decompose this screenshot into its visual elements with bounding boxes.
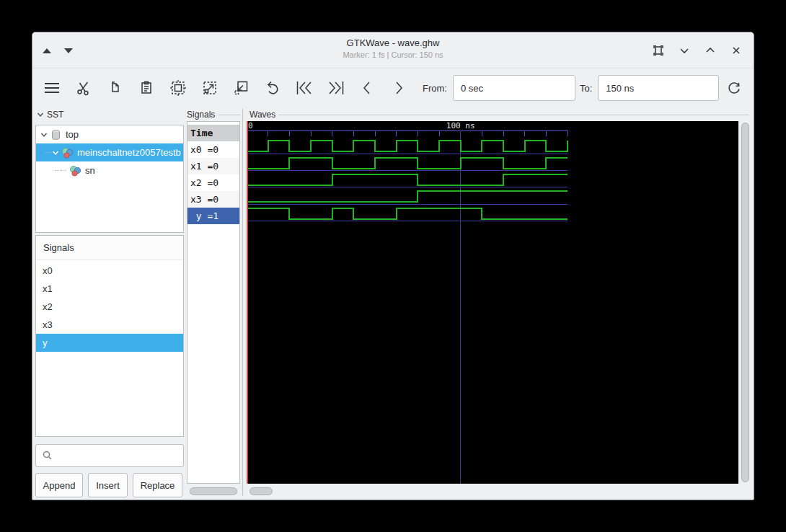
screen-background: GTKWave - wave.ghw Marker: 1 fs | Cursor… — [0, 0, 786, 532]
tree-item-label: sn — [85, 165, 95, 176]
skip-to-start-icon[interactable] — [292, 75, 317, 101]
svg-text:0: 0 — [248, 121, 253, 130]
signal-values-panel: Time x0 =0 x1 =0 x2 =0 x3 =0 y =1 — [187, 121, 240, 484]
signal-item-x1[interactable]: x1 — [36, 280, 183, 298]
sst-tree: top meinschaltnetz0057testb — [35, 125, 184, 233]
time-header-cell[interactable]: Time — [187, 125, 239, 141]
step-right-icon[interactable] — [387, 75, 411, 101]
value-row-x1[interactable]: x1 =0 — [187, 158, 239, 174]
gtkwave-window: GTKWave - wave.ghw Marker: 1 fs | Cursor… — [32, 32, 754, 500]
titlebar[interactable]: GTKWave - wave.ghw Marker: 1 fs | Cursor… — [32, 32, 754, 68]
sst-section-header[interactable]: SST — [37, 110, 63, 120]
close-icon[interactable] — [729, 43, 743, 58]
chevron-down-icon[interactable] — [40, 131, 48, 138]
fullscreen-icon[interactable] — [651, 43, 666, 58]
signal-item-x2[interactable]: x2 — [36, 298, 183, 316]
waves-panel-title: Waves — [250, 110, 275, 120]
zoom-fit-icon[interactable] — [166, 75, 190, 101]
from-label: From: — [423, 83, 447, 94]
signal-search-box[interactable] — [35, 444, 184, 467]
tree-connector — [45, 152, 51, 153]
skip-to-end-icon[interactable] — [324, 75, 348, 101]
svg-text:100 ns: 100 ns — [446, 121, 475, 130]
module-icon — [69, 165, 81, 177]
value-row-x0[interactable]: x0 =0 — [187, 141, 239, 158]
tree-connector — [55, 170, 66, 171]
copy-icon[interactable] — [103, 75, 128, 101]
replace-button[interactable]: Replace — [133, 473, 182, 497]
paste-icon[interactable] — [134, 75, 159, 101]
chevron-down-icon[interactable] — [52, 149, 59, 156]
waves-hscrollbar[interactable] — [250, 487, 273, 495]
from-input[interactable] — [453, 75, 575, 101]
value-row-x3[interactable]: x3 =0 — [187, 191, 239, 208]
menu-icon[interactable] — [40, 75, 64, 101]
to-label: To: — [580, 83, 592, 94]
zoom-in-icon[interactable] — [198, 75, 222, 101]
window-subtitle: Marker: 1 fs | Cursor: 150 ns — [32, 50, 754, 59]
module-icon — [61, 147, 74, 159]
signals-list-panel: Signals x0 x1 x2 x3 y — [35, 235, 184, 437]
tree-item-sn[interactable]: sn — [36, 161, 183, 179]
wave-svg: 0100 ns — [247, 121, 738, 484]
sst-label: SST — [47, 110, 63, 120]
hierarchy-top-icon — [50, 129, 62, 141]
tree-item-label: meinschaltnetz0057testb — [77, 147, 181, 158]
tree-item-module[interactable]: meinschaltnetz0057testb — [36, 143, 183, 161]
frame-rule — [278, 115, 749, 115]
minimize-icon[interactable] — [677, 43, 692, 58]
window-title: GTKWave - wave.ghw — [32, 37, 754, 48]
waveform-canvas[interactable]: 0100 ns — [247, 121, 738, 484]
search-input[interactable] — [53, 445, 183, 466]
step-left-icon[interactable] — [356, 75, 380, 101]
values-panel-title: Signals — [187, 110, 215, 120]
chevron-down-icon — [37, 111, 44, 118]
search-icon — [42, 450, 53, 461]
append-button[interactable]: Append — [35, 473, 83, 497]
frame-rule — [218, 115, 240, 115]
maximize-icon[interactable] — [703, 43, 717, 58]
signal-item-y[interactable]: y — [36, 334, 183, 352]
zoom-out-icon[interactable] — [229, 75, 254, 101]
toolbar: From: To: — [32, 68, 754, 107]
signals-list-title: Signals — [36, 236, 183, 260]
signal-item-x0[interactable]: x0 — [36, 262, 183, 280]
signal-item-x3[interactable]: x3 — [36, 316, 183, 334]
insert-button[interactable]: Insert — [88, 473, 128, 497]
waves-vscrollbar[interactable] — [741, 123, 749, 482]
undo-icon[interactable] — [260, 75, 285, 101]
tree-item-top[interactable]: top — [36, 125, 183, 143]
cut-icon[interactable] — [71, 75, 96, 101]
tree-item-label: top — [66, 129, 79, 140]
value-row-y[interactable]: y =1 — [187, 208, 239, 224]
values-hscrollbar[interactable] — [190, 487, 237, 495]
reload-icon[interactable] — [722, 75, 746, 101]
value-row-x2[interactable]: x2 =0 — [187, 174, 239, 191]
to-input[interactable] — [598, 75, 719, 101]
pane-splitter[interactable] — [242, 109, 243, 496]
